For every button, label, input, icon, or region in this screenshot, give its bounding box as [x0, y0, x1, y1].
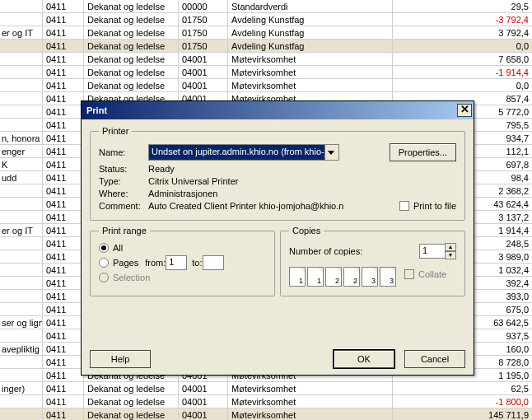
- cell: 04001: [179, 53, 228, 65]
- cell: 0411: [43, 329, 84, 342]
- range-all-radio[interactable]: [99, 243, 109, 253]
- cell: 0411: [43, 264, 84, 276]
- printer-select[interactable]: Undset on jupiter.admin.khio.no (from kh…: [148, 144, 339, 161]
- cell: 04001: [179, 395, 228, 408]
- cell: 0411: [43, 198, 84, 210]
- cell: Standardverdi: [228, 0, 393, 12]
- collate-pages-icon: 11 22 33: [289, 267, 396, 287]
- cell: Møtevirksomhet: [228, 395, 393, 408]
- range-legend: Print range: [99, 226, 150, 236]
- cell: 04001: [179, 382, 228, 394]
- type-value: Citrix Universal Printer: [148, 176, 456, 186]
- copies-spinner[interactable]: ▲ ▼: [445, 243, 456, 259]
- cell: Dekanat og ledelse: [84, 13, 179, 26]
- cell: 0411: [43, 343, 84, 355]
- cell: [0, 13, 43, 26]
- cell: [0, 290, 43, 302]
- cell: inger): [0, 382, 43, 394]
- type-label: Type:: [99, 176, 148, 186]
- range-to-input[interactable]: [203, 255, 224, 270]
- table-row[interactable]: 0411Dekanat og ledelse01750Avdeling Kuns…: [0, 13, 532, 26]
- cell: 0411: [43, 119, 84, 131]
- cell: [0, 303, 43, 315]
- close-icon[interactable]: ✕: [457, 104, 472, 117]
- table-row[interactable]: 0411Dekanat og ledelse04001Møtevirksomhe…: [0, 53, 532, 66]
- cell: Møtevirksomhet: [228, 408, 393, 420]
- cell: Møtevirksomhet: [228, 66, 393, 78]
- cancel-button[interactable]: Cancel: [404, 350, 465, 368]
- cell: 04001: [179, 79, 228, 91]
- cell: [0, 408, 43, 420]
- cell: 0411: [43, 171, 84, 184]
- cell: [0, 92, 43, 105]
- cell: Avdeling Kunstfag: [228, 40, 393, 52]
- table-row[interactable]: 0411Dekanat og ledelse04001Møtevirksomhe…: [0, 79, 532, 92]
- table-row[interactable]: 0411Dekanat og ledelse04001Møtevirksomhe…: [0, 395, 532, 408]
- cell: 00000: [179, 0, 228, 12]
- cell: n, honora: [0, 132, 43, 144]
- cell: 0411: [43, 316, 84, 329]
- comment-value: Auto Created Client Printer khio-jomjoha…: [148, 201, 393, 211]
- cell: [0, 237, 43, 250]
- spin-down-icon[interactable]: ▼: [445, 251, 456, 259]
- cell: [0, 264, 43, 276]
- range-pages-label: Pages: [113, 258, 138, 268]
- printer-legend: Printer: [99, 126, 132, 136]
- table-row[interactable]: 0411Dekanat og ledelse01750Avdeling Kuns…: [0, 40, 532, 53]
- copies-label: Number of copies:: [289, 246, 362, 256]
- collate-label: Collate: [418, 269, 446, 279]
- cell: 04001: [179, 66, 228, 78]
- cell: 0411: [43, 395, 84, 408]
- cell: 145 711,9: [393, 408, 532, 420]
- cell: [0, 66, 43, 78]
- cell: 0411: [43, 369, 84, 381]
- cell: -3 792,4: [393, 13, 532, 26]
- cell: 29,5: [393, 0, 532, 12]
- range-from-label: from:: [145, 258, 166, 268]
- cell: 62,5: [393, 382, 532, 394]
- cell: 0411: [43, 382, 84, 394]
- range-from-input[interactable]: 1: [166, 255, 187, 270]
- cell: [0, 0, 43, 12]
- print-range-group: Print range All Pages from: 1 to:: [90, 226, 275, 296]
- cell: K: [0, 158, 43, 170]
- cell: 0411: [43, 277, 84, 289]
- cell: 7 658,0: [393, 53, 532, 65]
- cell: -1 800,0: [393, 395, 532, 408]
- properties-button[interactable]: Properties...: [390, 143, 456, 161]
- cell: Møtevirksomhet: [228, 382, 393, 394]
- cell: 0411: [43, 250, 84, 263]
- help-button[interactable]: Help: [90, 350, 151, 368]
- cell: 04001: [179, 408, 228, 420]
- cell: 0411: [43, 184, 84, 197]
- cell: Dekanat og ledelse: [84, 79, 179, 91]
- cell: 3 792,4: [393, 26, 532, 39]
- range-pages-radio[interactable]: [99, 258, 109, 268]
- range-selection-label: Selection: [113, 273, 150, 282]
- cell: [0, 356, 43, 368]
- range-to-label: to:: [192, 258, 202, 268]
- cell: 0,0: [393, 79, 532, 91]
- table-row[interactable]: 0411Dekanat og ledelse04001Møtevirksomhe…: [0, 66, 532, 79]
- table-row[interactable]: er og IT0411Dekanat og ledelse01750Avdel…: [0, 26, 532, 40]
- spin-up-icon[interactable]: ▲: [445, 243, 456, 251]
- cell: 01750: [179, 40, 228, 52]
- print-to-file-checkbox[interactable]: [399, 201, 409, 211]
- cell: Dekanat og ledelse: [84, 395, 179, 408]
- cell: 0411: [43, 53, 84, 65]
- table-row[interactable]: 0411Dekanat og ledelse04001Møtevirksomhe…: [0, 408, 532, 420]
- cell: Avdeling Kunstfag: [228, 26, 393, 39]
- cell: [0, 198, 43, 210]
- cell: 0411: [43, 290, 84, 302]
- dialog-titlebar: Print ✕: [82, 101, 474, 119]
- table-row[interactable]: inger)0411Dekanat og ledelse04001Møtevir…: [0, 382, 532, 395]
- printer-select-value: Undset on jupiter.admin.khio.no (from kh…: [152, 147, 326, 156]
- cell: 0411: [43, 40, 84, 52]
- cell: ser og ligne: [0, 316, 43, 329]
- chevron-down-icon: [328, 151, 334, 155]
- table-row[interactable]: 0411Dekanat og ledelse00000Standardverdi…: [0, 0, 532, 13]
- cell: 0411: [43, 356, 84, 368]
- ok-button[interactable]: OK: [334, 350, 394, 368]
- copies-input[interactable]: 1: [419, 244, 446, 259]
- cell: 0,0: [393, 40, 532, 52]
